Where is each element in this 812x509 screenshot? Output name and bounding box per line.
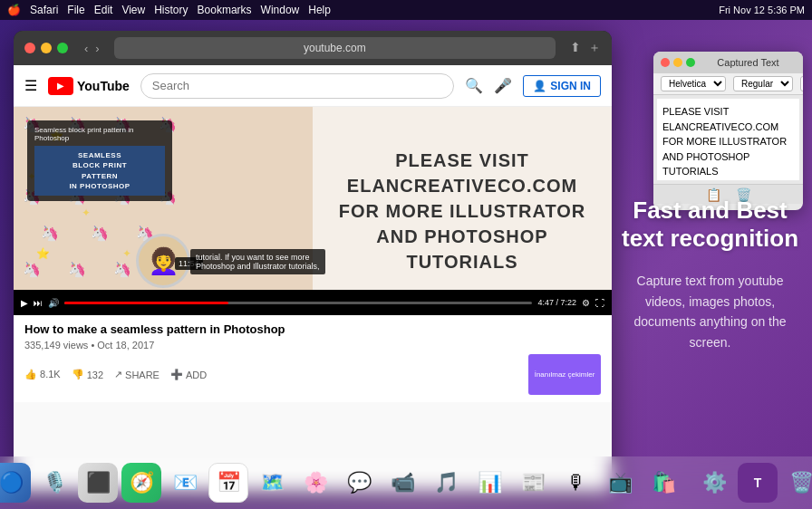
youtube-toolbar: ☰ ▶ YouTube 🔍 🎤 👤 SIGN IN — [14, 65, 612, 107]
close-button[interactable] — [24, 43, 35, 53]
sign-in-button[interactable]: 👤 SIGN IN — [523, 75, 601, 97]
video-actions: 👍 8.1K 👎132 ↗SHARE ➕ADD — [24, 354, 601, 395]
dock-finder[interactable]: 🔵 — [0, 463, 31, 503]
back-button[interactable]: ‹ — [84, 42, 88, 55]
dock-siri[interactable]: 🎙️ — [34, 463, 74, 503]
share-button[interactable]: ↗SHARE — [114, 369, 160, 380]
video-text-overlay: PLEASE VISIT ELANCREATIVECO.COM FOR MORE… — [339, 148, 586, 274]
menu-bookmarks[interactable]: Bookmarks — [198, 4, 252, 16]
dock-textsniper[interactable]: T — [738, 463, 778, 503]
maximize-button[interactable] — [57, 43, 68, 53]
fullscreen-icon[interactable]: ⛶ — [595, 298, 604, 308]
play-button[interactable]: ▶ — [21, 298, 28, 308]
video-content: 🦄 🦄 🦄 🦄 🦄 🦄 🦄 🦄 🦄 🦄 — [14, 107, 612, 491]
dislike-button[interactable]: 👎132 — [72, 369, 103, 380]
thumbnail-ad: İnanılmaz çekimler — [528, 354, 601, 395]
menu-view[interactable]: View — [121, 4, 145, 16]
add-button[interactable]: ➕ADD — [170, 369, 207, 380]
search-icon[interactable]: 🔍 — [465, 77, 483, 94]
forward-button[interactable]: › — [95, 42, 99, 55]
minimize-button[interactable] — [41, 43, 52, 53]
url-bar[interactable]: youtube.com — [114, 37, 556, 59]
traffic-lights — [24, 43, 68, 53]
menubar-right: Fri Nov 12 5:36 PM — [719, 5, 805, 15]
menu-safari[interactable]: Safari — [30, 4, 58, 16]
browser-actions: ⬆ ＋ — [570, 40, 601, 56]
dock-news[interactable]: 📰 — [513, 463, 553, 503]
video-title: How to make a seamless pattern in Photos… — [24, 322, 601, 336]
dock-settings[interactable]: ⚙️ — [694, 463, 734, 503]
browser-nav: ‹ › — [84, 42, 100, 55]
dock-maps[interactable]: 🗺️ — [252, 463, 292, 503]
video-meta: 335,149 views • Oct 18, 2017 — [24, 340, 601, 351]
right-panel-content: Fast and Best text recognition Capture t… — [608, 40, 812, 509]
sub-description: Capture text from youtube videos, images… — [622, 271, 798, 352]
dock-numbers[interactable]: 📊 — [469, 463, 509, 503]
youtube-logo-text: YouTube — [77, 79, 130, 93]
menu-file[interactable]: File — [67, 4, 84, 16]
share-icon[interactable]: ⬆ — [570, 40, 581, 56]
dock-appstore[interactable]: 🛍️ — [643, 463, 683, 503]
dock-trash[interactable]: 🗑️ — [781, 463, 812, 503]
mic-icon[interactable]: 🎤 — [494, 77, 512, 94]
video-player[interactable]: 🦄 🦄 🦄 🦄 🦄 🦄 🦄 🦄 🦄 🦄 — [14, 107, 612, 315]
next-button[interactable]: ⏭ — [34, 298, 43, 308]
menu-history[interactable]: History — [154, 4, 188, 16]
dock-messages[interactable]: 💬 — [339, 463, 379, 503]
dock-mail[interactable]: 📧 — [165, 463, 205, 503]
main-content: ‹ › youtube.com ⬆ ＋ ☰ ▶ YouTube 🔍 🎤 — [0, 20, 812, 509]
dock-music[interactable]: 🎵 — [426, 463, 466, 503]
video-main: 🦄 🦄 🦄 🦄 🦄 🦄 🦄 🦄 🦄 🦄 — [14, 107, 612, 491]
suggested-video-title: Seamless block print pattern in Photosho… — [34, 126, 165, 142]
like-button[interactable]: 👍 8.1K — [24, 369, 61, 380]
main-heading: Fast and Best text recognition — [622, 197, 798, 253]
video-controls[interactable]: ▶ ⏭ 🔊 4:47 / 7:22 ⚙ ⛶ — [14, 290, 612, 315]
dock-launchpad[interactable]: ⬛ — [78, 463, 118, 503]
menu-help[interactable]: Help — [308, 4, 331, 16]
time-display: 4:47 / 7:22 — [537, 298, 576, 307]
dock-podcasts[interactable]: 🎙 — [556, 463, 596, 503]
dock: 🔵 🎙️ ⬛ 🧭 📧 📅 🗺️ 🌸 💬 📹 🎵 📊 📰 🎙 📺 🛍️ ⚙️ T … — [0, 456, 812, 509]
new-tab-icon[interactable]: ＋ — [588, 40, 601, 56]
video-right-panel: PLEASE VISIT ELANCREATIVECO.COM FOR MORE… — [313, 107, 612, 315]
progress-fill — [64, 302, 228, 304]
youtube-logo: ▶ YouTube — [48, 77, 130, 95]
apple-menu[interactable]: 🍎 — [7, 4, 21, 16]
dock-calendar[interactable]: 📅 — [208, 463, 248, 503]
progress-bar[interactable] — [64, 302, 532, 304]
menubar-datetime: Fri Nov 12 5:36 PM — [719, 5, 805, 15]
menu-window[interactable]: Window — [261, 4, 300, 16]
browser-titlebar: ‹ › youtube.com ⬆ ＋ — [14, 31, 612, 65]
menubar: 🍎 Safari File Edit View History Bookmark… — [0, 0, 812, 20]
settings-icon[interactable]: ⚙ — [582, 298, 590, 308]
menu-edit[interactable]: Edit — [94, 4, 113, 16]
suggested-video-overlay[interactable]: Seamless block print pattern in Photosho… — [27, 120, 172, 201]
dock-appletv[interactable]: 📺 — [600, 463, 640, 503]
search-input[interactable] — [140, 73, 455, 99]
youtube-icon: ▶ — [48, 77, 73, 95]
dock-safari[interactable]: 🧭 — [121, 463, 161, 503]
youtube-area: ☰ ▶ YouTube 🔍 🎤 👤 SIGN IN — [14, 65, 612, 491]
dock-facetime[interactable]: 📹 — [382, 463, 422, 503]
video-info: How to make a seamless pattern in Photos… — [14, 315, 612, 402]
browser-window: ‹ › youtube.com ⬆ ＋ ☰ ▶ YouTube 🔍 🎤 — [14, 31, 612, 491]
suggested-video-thumb: SEAMLESS BLOCK PRINT PATTERN IN PHOTOSHO… — [34, 146, 165, 196]
menubar-left: 🍎 Safari File Edit View History Bookmark… — [7, 4, 331, 16]
hamburger-icon[interactable]: ☰ — [24, 77, 37, 94]
volume-icon[interactable]: 🔊 — [48, 298, 59, 308]
dock-photos[interactable]: 🌸 — [295, 463, 335, 503]
subtitle-box: tutorial. If you want to see more Photos… — [190, 249, 325, 274]
